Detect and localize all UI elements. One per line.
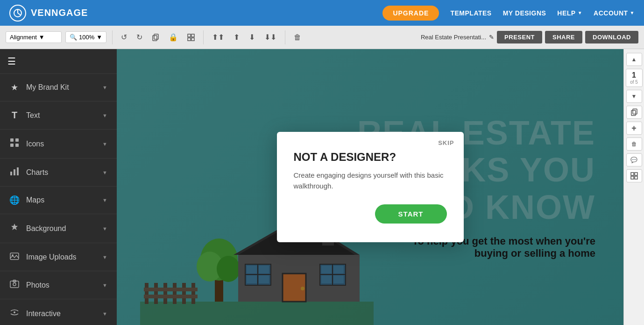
svg-rect-6 xyxy=(191,34,194,37)
sidebar-label-image-uploads: Image Uploads xyxy=(26,253,77,261)
svg-point-19 xyxy=(13,283,16,286)
canvas-area[interactable]: REAL ESTATE HACKS YOU SHOULD KNOW To hel… xyxy=(117,49,623,325)
sidebar-item-photos[interactable]: Photos ▼ xyxy=(0,271,117,299)
chevron-down-icon: ▼ xyxy=(102,254,107,260)
help-link[interactable]: HELP ▼ xyxy=(557,9,582,17)
download-button[interactable]: DOWNLOAD xyxy=(585,31,638,43)
delete-page-button[interactable]: 🗑 xyxy=(626,137,642,151)
share-button[interactable]: SHARE xyxy=(545,31,582,43)
scroll-down-button[interactable]: ▼ xyxy=(626,90,642,103)
sidebar-label-maps: Maps xyxy=(26,196,44,204)
svg-rect-62 xyxy=(631,176,634,179)
alignment-select[interactable]: Alignment ▼ xyxy=(6,31,62,43)
chevron-down-icon: ▼ xyxy=(102,282,107,288)
walkthrough-modal: SKIP NOT A DESIGNER? Create engaging des… xyxy=(277,132,464,242)
sidebar-label-text: Text xyxy=(26,111,40,120)
svg-rect-8 xyxy=(191,38,194,41)
icons-icon xyxy=(9,138,20,150)
document-title-area: Real Estate Presentati... ✎ PRESENT SHAR… xyxy=(308,31,638,43)
svg-rect-61 xyxy=(635,173,637,175)
toolbar-separator xyxy=(112,30,113,44)
lock-button[interactable]: 🔒 xyxy=(166,31,181,43)
background-icon xyxy=(9,223,20,234)
sidebar-item-background[interactable]: Background ▼ xyxy=(0,214,117,243)
bring-to-front-button[interactable]: ⬆⬆ xyxy=(209,31,227,43)
present-button[interactable]: PRESENT xyxy=(497,31,542,43)
svg-rect-7 xyxy=(188,38,191,41)
sidebar-item-charts[interactable]: Charts ▼ xyxy=(0,159,117,187)
toolbar-separator xyxy=(285,30,285,44)
group-button[interactable] xyxy=(184,32,198,43)
svg-rect-5 xyxy=(188,34,191,37)
nav-links: UPGRADE TEMPLATES MY DESIGNS HELP ▼ ACCO… xyxy=(382,6,635,21)
svg-rect-12 xyxy=(15,144,19,147)
chevron-down-icon: ▼ xyxy=(102,311,107,317)
svg-rect-4 xyxy=(154,34,158,39)
sidebar-item-maps[interactable]: 🌐 Maps ▼ xyxy=(0,187,117,214)
sidebar-item-text[interactable]: T Text ▼ xyxy=(0,101,117,130)
bring-forward-button[interactable]: ⬆ xyxy=(231,31,242,43)
chevron-down-icon: ▼ xyxy=(96,34,102,41)
start-button[interactable]: START xyxy=(375,204,447,224)
sidebar-label-brand-kit: My Brand Kit xyxy=(26,83,69,92)
sidebar-item-interactive[interactable]: Interactive ▼ xyxy=(0,299,117,325)
charts-icon xyxy=(9,167,20,178)
scroll-up-button[interactable]: ▲ xyxy=(626,53,642,66)
page-total: of 5 xyxy=(629,79,639,85)
chevron-down-icon: ▼ xyxy=(102,197,107,203)
upgrade-button[interactable]: UPGRADE xyxy=(382,6,439,21)
modal-title: NOT A DESIGNER? xyxy=(294,151,447,164)
photos-icon xyxy=(9,280,20,290)
svg-rect-58 xyxy=(631,110,636,116)
sidebar-label-background: Background xyxy=(26,224,66,233)
image-uploads-icon xyxy=(9,252,20,262)
sidebar-label-interactive: Interactive xyxy=(26,310,61,318)
account-link[interactable]: ACCOUNT ▼ xyxy=(594,9,635,17)
main-area: ☰ ★ My Brand Kit ▼ T Text ▼ xyxy=(0,49,644,325)
copy-button[interactable] xyxy=(149,32,162,43)
sidebar: ☰ ★ My Brand Kit ▼ T Text ▼ xyxy=(0,49,117,325)
chevron-down-icon: ▼ xyxy=(102,113,107,118)
chevron-down-icon: ▼ xyxy=(630,10,635,15)
sidebar-item-image-uploads[interactable]: Image Uploads ▼ xyxy=(0,243,117,271)
delete-button[interactable]: 🗑 xyxy=(291,31,304,43)
svg-rect-60 xyxy=(631,173,634,175)
document-title: Real Estate Presentati... xyxy=(421,34,486,41)
svg-rect-63 xyxy=(635,176,637,179)
svg-rect-11 xyxy=(10,144,14,147)
svg-rect-14 xyxy=(14,169,15,175)
modal-overlay: SKIP NOT A DESIGNER? Create engaging des… xyxy=(117,49,623,325)
copy-page-button[interactable] xyxy=(626,106,642,119)
my-designs-link[interactable]: MY DESIGNS xyxy=(503,9,546,17)
redo-button[interactable]: ↻ xyxy=(134,31,145,43)
svg-rect-13 xyxy=(10,172,12,175)
zoom-select[interactable]: 🔍 100% ▼ xyxy=(65,31,106,43)
page-number: 1 xyxy=(629,71,639,79)
page-indicator: 1 of 5 xyxy=(626,69,643,87)
logo-text: VENNGAGE xyxy=(31,7,88,18)
svg-line-2 xyxy=(18,13,21,15)
sidebar-label-charts: Charts xyxy=(26,168,48,177)
undo-button[interactable]: ↺ xyxy=(118,31,130,43)
send-to-back-button[interactable]: ⬇⬇ xyxy=(262,31,279,43)
sidebar-item-brand-kit[interactable]: ★ My Brand Kit ▼ xyxy=(0,74,117,101)
logo-area: VENNGAGE xyxy=(9,5,382,22)
chevron-down-icon: ▼ xyxy=(39,34,45,41)
sidebar-hamburger[interactable]: ☰ xyxy=(0,49,117,74)
interactive-icon xyxy=(9,308,20,319)
chevron-down-icon: ▼ xyxy=(102,226,107,231)
edit-title-icon[interactable]: ✎ xyxy=(489,34,494,41)
sidebar-item-icons[interactable]: Icons ▼ xyxy=(0,130,117,159)
templates-link[interactable]: TEMPLATES xyxy=(450,9,491,17)
right-panel: ▲ 1 of 5 ▼ + 🗑 💬 xyxy=(623,49,644,325)
svg-rect-59 xyxy=(633,109,637,114)
maps-icon: 🌐 xyxy=(9,195,20,205)
modal-description: Create engaging designs yourself with th… xyxy=(294,170,447,191)
text-icon: T xyxy=(9,110,20,121)
skip-button[interactable]: SKIP xyxy=(438,139,454,146)
send-backward-button[interactable]: ⬇ xyxy=(246,31,258,43)
add-page-button[interactable]: + xyxy=(626,122,642,135)
comment-button[interactable]: 💬 xyxy=(626,153,642,166)
svg-point-21 xyxy=(14,311,15,313)
grid-view-button[interactable] xyxy=(626,169,642,182)
